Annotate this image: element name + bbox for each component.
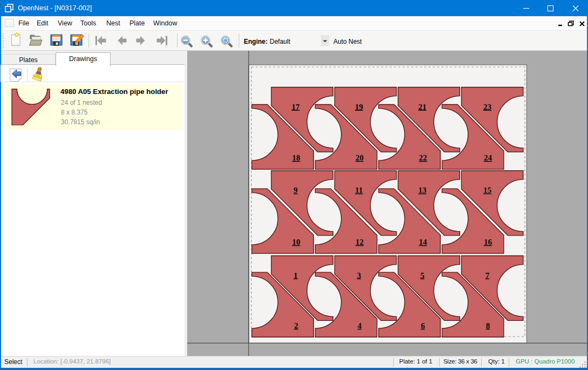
svg-text:15: 15 (483, 186, 491, 194)
svg-text:22: 22 (419, 153, 427, 162)
svg-text:7: 7 (486, 271, 490, 280)
svg-text:24: 24 (484, 153, 493, 162)
svg-text:16: 16 (484, 238, 493, 246)
svg-text:9: 9 (293, 186, 298, 194)
svg-text:10: 10 (292, 238, 300, 246)
svg-text:11: 11 (355, 186, 363, 194)
svg-text:12: 12 (355, 238, 364, 246)
svg-text:20: 20 (355, 153, 364, 162)
svg-text:5: 5 (420, 271, 425, 280)
svg-text:19: 19 (355, 103, 363, 111)
svg-text:13: 13 (418, 186, 426, 194)
svg-text:21: 21 (418, 103, 426, 111)
svg-text:18: 18 (292, 153, 300, 162)
svg-text:14: 14 (419, 238, 427, 246)
svg-text:3: 3 (357, 271, 361, 280)
svg-text:6: 6 (421, 321, 425, 330)
svg-text:1: 1 (293, 271, 298, 280)
svg-text:23: 23 (483, 103, 491, 111)
svg-text:8: 8 (486, 321, 490, 330)
svg-text:4: 4 (358, 321, 362, 330)
svg-text:2: 2 (294, 321, 298, 330)
svg-text:17: 17 (291, 103, 300, 111)
